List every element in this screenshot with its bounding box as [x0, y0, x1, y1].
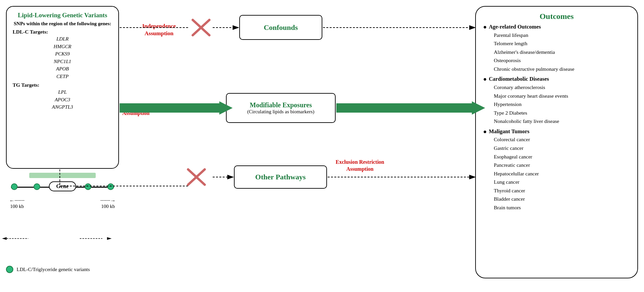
gene-diagram: Gene ←┈┈┈ 100 kb ┈┈┈→ 100 kb: [6, 173, 119, 209]
svg-marker-13: [2, 237, 7, 240]
bullet-cardio: ●: [483, 76, 487, 83]
kb-labels: ←┈┈┈ 100 kb ┈┈┈→ 100 kb: [6, 197, 119, 209]
confounds-box: Confounds: [239, 15, 322, 40]
outcome-esophageal: Esophageal cancer: [483, 152, 630, 161]
outcome-nafld: Nonalcoholic fatty liver disease: [483, 117, 630, 126]
left-box-subtitle: SNPs within the region of the following …: [13, 21, 112, 27]
outcome-category-tumor: ● Maligant Tumors: [483, 128, 630, 136]
outcome-osteoporosis: Osteoporosis: [483, 56, 630, 65]
outcome-copd: Chronic obstructive pulmonary disease: [483, 65, 630, 73]
outcome-category-age: ● Age-related Outcomes: [483, 24, 630, 31]
outcome-coronary-athero: Coronary atherosclerosis: [483, 83, 630, 92]
outcome-alzheimers: Alzheimer's disease/dementia: [483, 48, 630, 56]
ldl-gene-apob: APOB: [13, 65, 112, 73]
relevance-assumption-label: RelevanceAssumption: [122, 103, 150, 117]
tg-gene-apoc3: APOC3: [13, 96, 112, 104]
left-box-title: Lipid-Lowering Genetic Variants: [13, 11, 112, 19]
bullet-age: ●: [483, 24, 487, 31]
ldl-gene-cetp: CETP: [13, 73, 112, 80]
gene-highlight-bar: [29, 173, 96, 178]
category-age-label: Age-related Outcomes: [489, 24, 541, 30]
kb-right-label: 100 kb: [101, 204, 115, 209]
outcomes-title: Outcomes: [483, 12, 630, 21]
ldl-gene-ldlr: LDLR: [13, 35, 112, 43]
outcome-pancreatic: Pancreatic cancer: [483, 161, 630, 169]
right-arrow-line: ┈┈┈→: [100, 197, 116, 204]
independence-assumption-label: IndependenceAssumption: [142, 23, 176, 37]
legend-dot: [6, 266, 13, 273]
outcome-colorectal: Colorectal cancer: [483, 135, 630, 144]
svg-marker-15: [107, 237, 112, 240]
outcome-hepato: Hepatocelullar cancer: [483, 169, 630, 178]
tg-gene-lpl: LPL: [13, 88, 112, 96]
gene-highlight-bar-container: [6, 173, 119, 178]
ldl-gene-pcks9: PCKS9: [13, 50, 112, 58]
confounds-label: Confounds: [264, 23, 298, 32]
category-tumor-label: Maligant Tumors: [489, 128, 529, 135]
independence-cross-mark: [189, 17, 213, 39]
ldl-section-label: LDL-C Targets:: [13, 29, 112, 35]
gene-pill: Gene: [49, 181, 76, 191]
outcome-telomere-length: Telomere length: [483, 39, 630, 48]
kb-left-label: 100 kb: [10, 204, 24, 209]
outcome-parental-lifespan: Parental lifespan: [483, 31, 630, 40]
kb-left-arrow: ←┈┈┈ 100 kb: [9, 197, 25, 209]
other-pathways-label: Other Pathways: [255, 173, 306, 181]
ldl-gene-npc1l1: NPC1L1: [13, 58, 112, 65]
exclusion-restriction-label: Exclusion RestrictionAssumption: [336, 159, 384, 173]
other-pathways-box: Other Pathways: [234, 165, 327, 189]
legend-text: LDL-C/Triglyceride genetic variants: [17, 267, 90, 272]
kb-right-arrow: ┈┈┈→ 100 kb: [100, 197, 116, 209]
outcome-brain: Brain tumors: [483, 203, 630, 212]
other-pathways-cross-mark: [185, 166, 208, 188]
outcome-hypertension: Hypertension: [483, 100, 630, 109]
tg-section-label: TG Targets:: [13, 82, 112, 88]
tg-gene-angptl3: ANGPTL3: [13, 103, 112, 111]
gene-row-wrapper: Gene: [11, 179, 114, 195]
left-arrow-line: ←┈┈┈: [9, 197, 25, 204]
snp-dot-right-near: [85, 183, 91, 190]
outcome-major-chd: Major coronary heart disease events: [483, 92, 630, 100]
category-cardio-label: Cardiometabolic Diseases: [489, 76, 549, 82]
outcome-bladder: Bladder cancer: [483, 195, 630, 203]
snp-dot-right-far: [107, 183, 114, 190]
outcome-category-cardio: ● Cardiometabolic Diseases: [483, 76, 630, 83]
snp-dot-left-far: [11, 183, 18, 190]
modifiable-sub: (Circulating lipids as biomarkers): [247, 109, 314, 115]
outcome-thyroid: Thyroid cancer: [483, 186, 630, 195]
left-genetic-variants-box: Lipid-Lowering Genetic Variants SNPs wit…: [6, 6, 119, 169]
diagram-container: Lipid-Lowering Genetic Variants SNPs wit…: [0, 0, 644, 292]
modifiable-box: Modifiable Exposures (Circulating lipids…: [226, 93, 336, 123]
snp-dot-left-near: [34, 183, 40, 190]
bullet-tumor: ●: [483, 128, 487, 136]
outcome-gastric: Gastric cancer: [483, 144, 630, 152]
outcome-t2d: Type 2 Diabetes: [483, 109, 630, 117]
outcomes-box: Outcomes ● Age-related Outcomes Parental…: [475, 6, 638, 278]
legend: LDL-C/Triglyceride genetic variants: [6, 266, 90, 273]
ldl-gene-hmgcr: HMGCR: [13, 43, 112, 50]
modifiable-title: Modifiable Exposures: [250, 101, 312, 109]
outcome-lung: Lung cancer: [483, 178, 630, 186]
